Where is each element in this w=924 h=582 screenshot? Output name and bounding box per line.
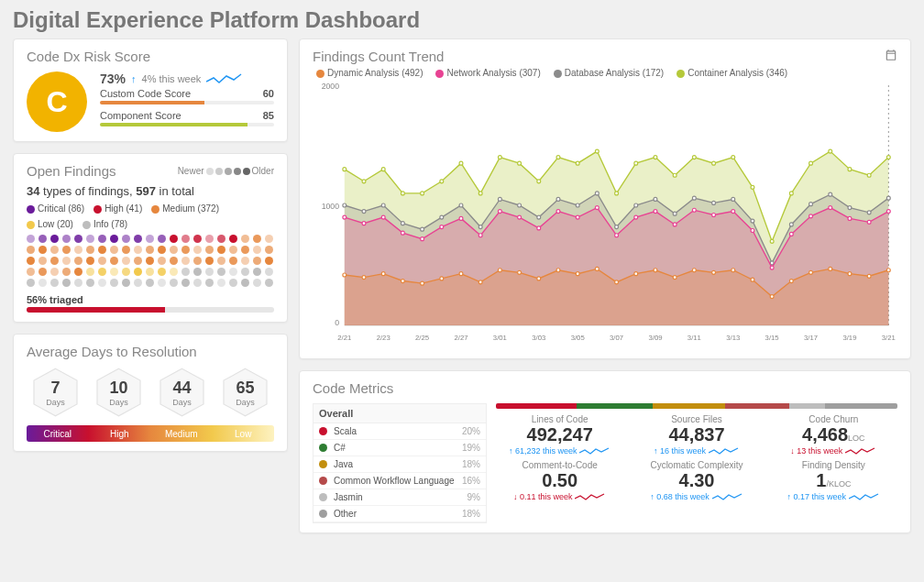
finding-dot[interactable] — [241, 279, 249, 287]
finding-dot[interactable] — [158, 246, 166, 254]
finding-dot[interactable] — [110, 246, 118, 254]
finding-dot[interactable] — [98, 268, 106, 276]
trend-legend-item[interactable]: Dynamic Analysis (492) — [316, 68, 423, 78]
finding-dot[interactable] — [170, 246, 178, 254]
finding-dot[interactable] — [229, 268, 237, 276]
finding-dot[interactable] — [74, 246, 82, 254]
trend-legend-item[interactable]: Network Analysis (307) — [435, 68, 540, 78]
finding-dot[interactable] — [86, 268, 94, 276]
finding-dot[interactable] — [205, 268, 214, 276]
finding-dot[interactable] — [27, 246, 35, 254]
finding-dot[interactable] — [122, 246, 130, 254]
finding-dot[interactable] — [27, 235, 35, 243]
finding-dot[interactable] — [110, 235, 118, 243]
finding-dot[interactable] — [62, 235, 71, 243]
finding-dot[interactable] — [98, 257, 106, 265]
finding-dot[interactable] — [146, 257, 154, 265]
finding-dot[interactable] — [62, 257, 71, 265]
finding-dot[interactable] — [74, 257, 82, 265]
finding-dot[interactable] — [170, 235, 178, 243]
finding-dot[interactable] — [38, 257, 47, 265]
language-row[interactable]: Other18% — [314, 506, 486, 522]
trend-legend-item[interactable]: Database Analysis (172) — [554, 68, 664, 78]
finding-dot[interactable] — [241, 246, 249, 254]
finding-dot[interactable] — [182, 268, 190, 276]
language-row[interactable]: Jasmin9% — [314, 489, 486, 506]
finding-dot[interactable] — [182, 257, 190, 265]
finding-dot[interactable] — [193, 235, 202, 243]
finding-dot[interactable] — [241, 235, 249, 243]
finding-dot[interactable] — [182, 279, 190, 287]
finding-dot[interactable] — [253, 235, 261, 243]
finding-dot[interactable] — [253, 279, 261, 287]
finding-dot[interactable] — [27, 257, 35, 265]
finding-dot[interactable] — [217, 235, 226, 243]
finding-dot[interactable] — [98, 279, 106, 287]
finding-dot[interactable] — [27, 279, 35, 287]
finding-dot[interactable] — [193, 246, 202, 254]
finding-dot[interactable] — [110, 257, 118, 265]
finding-dot[interactable] — [50, 257, 59, 265]
finding-dot[interactable] — [253, 257, 261, 265]
finding-dot[interactable] — [229, 257, 237, 265]
finding-dot[interactable] — [146, 279, 154, 287]
finding-dot[interactable] — [182, 246, 190, 254]
finding-dot[interactable] — [27, 268, 35, 276]
finding-dot[interactable] — [62, 246, 71, 254]
finding-dot[interactable] — [38, 279, 47, 287]
finding-dot[interactable] — [158, 279, 166, 287]
finding-dot[interactable] — [217, 257, 226, 265]
trend-legend-item[interactable]: Container Analysis (346) — [676, 68, 787, 78]
finding-dot[interactable] — [38, 246, 47, 254]
finding-dot[interactable] — [182, 235, 190, 243]
finding-dot[interactable] — [170, 257, 178, 265]
finding-dot[interactable] — [74, 279, 82, 287]
finding-dot[interactable] — [50, 235, 59, 243]
finding-dot[interactable] — [86, 235, 94, 243]
finding-dot[interactable] — [265, 268, 273, 276]
finding-dot[interactable] — [158, 257, 166, 265]
finding-dot[interactable] — [253, 268, 261, 276]
language-row[interactable]: C#19% — [314, 440, 486, 456]
finding-dot[interactable] — [38, 268, 47, 276]
finding-dot[interactable] — [110, 268, 118, 276]
finding-dot[interactable] — [193, 257, 202, 265]
finding-dot[interactable] — [205, 257, 214, 265]
finding-dot[interactable] — [110, 279, 118, 287]
finding-dot[interactable] — [146, 235, 154, 243]
finding-dot[interactable] — [217, 268, 226, 276]
finding-dot[interactable] — [217, 246, 226, 254]
finding-dot[interactable] — [241, 257, 249, 265]
finding-dot[interactable] — [193, 268, 202, 276]
finding-dot[interactable] — [205, 279, 214, 287]
finding-dot[interactable] — [98, 235, 106, 243]
finding-dot[interactable] — [38, 235, 47, 243]
finding-dot[interactable] — [122, 235, 130, 243]
finding-dot[interactable] — [122, 268, 130, 276]
finding-dot[interactable] — [50, 279, 59, 287]
finding-dot[interactable] — [229, 235, 237, 243]
finding-dot[interactable] — [265, 235, 273, 243]
finding-dot[interactable] — [229, 279, 237, 287]
finding-dot[interactable] — [265, 257, 273, 265]
finding-dot[interactable] — [158, 268, 166, 276]
finding-dot[interactable] — [122, 257, 130, 265]
calendar-icon[interactable] — [885, 49, 897, 64]
finding-dot[interactable] — [265, 246, 273, 254]
finding-dot[interactable] — [50, 268, 59, 276]
finding-dot[interactable] — [158, 235, 166, 243]
finding-dot[interactable] — [74, 235, 82, 243]
finding-dot[interactable] — [253, 246, 261, 254]
finding-dot[interactable] — [265, 279, 273, 287]
finding-dot[interactable] — [205, 246, 214, 254]
finding-dot[interactable] — [146, 268, 154, 276]
finding-dot[interactable] — [98, 246, 106, 254]
finding-dot[interactable] — [62, 279, 71, 287]
language-row[interactable]: Common Workflow Language16% — [314, 473, 486, 489]
finding-dot[interactable] — [134, 268, 142, 276]
finding-dot[interactable] — [193, 279, 202, 287]
finding-dot[interactable] — [86, 279, 94, 287]
finding-dot[interactable] — [170, 279, 178, 287]
finding-dot[interactable] — [146, 246, 154, 254]
finding-dot[interactable] — [122, 279, 130, 287]
